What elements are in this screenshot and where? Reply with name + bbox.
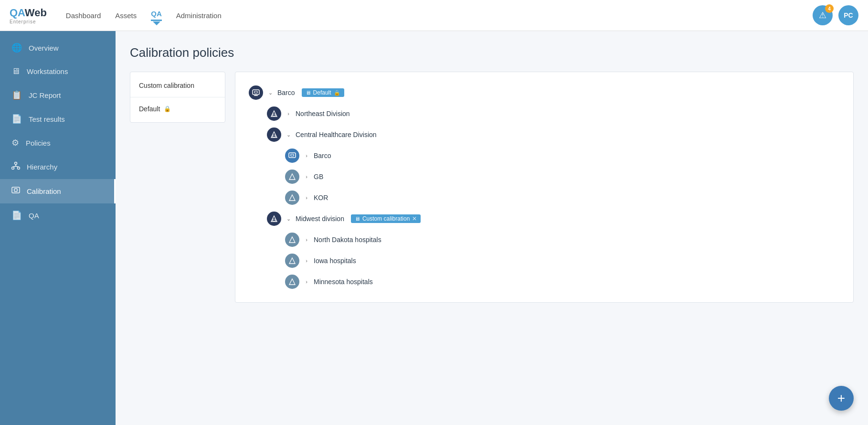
midwest-tag-text: Custom calibration xyxy=(362,215,410,222)
gear-icon: ⚙ xyxy=(11,138,19,148)
qa-icon: 📄 xyxy=(11,210,22,221)
sidebar-item-hierarchy[interactable]: Hierarchy xyxy=(0,155,116,179)
svg-line-4 xyxy=(13,166,16,167)
svg-rect-12 xyxy=(273,114,275,116)
logo: QAWeb Enterprise xyxy=(10,7,47,24)
barco-child-chevron: › xyxy=(303,153,310,159)
tree-row-northeast[interactable]: › Northeast Division xyxy=(263,104,844,124)
tree-row-gb[interactable]: › GB xyxy=(281,167,844,187)
svg-rect-7 xyxy=(14,189,17,191)
sidebar-label-overview: Overview xyxy=(29,44,59,52)
policy-divider xyxy=(130,97,225,97)
tree-panel: ⌄ Barco 🖥 Default 🔒 xyxy=(235,72,854,303)
notification-button[interactable]: ⚠ 4 xyxy=(813,5,833,25)
midwest-icon xyxy=(267,212,281,226)
iowa-label: Iowa hospitals xyxy=(314,257,356,265)
sidebar-item-qa[interactable]: 📄 QA xyxy=(0,203,116,227)
tree-row-minnesota[interactable]: › Minnesota hospitals xyxy=(281,272,844,292)
svg-rect-6 xyxy=(12,187,20,193)
nav-qa[interactable]: QA xyxy=(151,8,162,21)
policies-panel: Custom calibration Default 🔒 xyxy=(130,72,225,123)
main-content: Calibration policies Custom calibration … xyxy=(116,31,868,425)
svg-point-1 xyxy=(12,167,14,170)
logo-brand: QAWeb xyxy=(10,7,47,19)
avatar-button[interactable]: PC xyxy=(838,5,858,25)
central-icon xyxy=(267,128,281,142)
report-icon: 📋 xyxy=(11,90,22,100)
svg-point-0 xyxy=(15,162,17,165)
tree-row-north-dakota[interactable]: › North Dakota hospitals xyxy=(281,230,844,250)
tree-node-gb: › GB xyxy=(281,167,844,187)
results-icon: 📄 xyxy=(11,114,22,124)
minnesota-chevron: › xyxy=(303,279,310,285)
logo-sub: Enterprise xyxy=(10,19,47,24)
globe-icon: 🌐 xyxy=(11,42,22,53)
northeast-chevron: › xyxy=(285,111,292,117)
policy-default[interactable]: Default 🔒 xyxy=(130,99,225,118)
monitor-icon: 🖥 xyxy=(11,66,20,76)
topnav-right: ⚠ 4 PC xyxy=(813,5,858,25)
sidebar-label-calibration: Calibration xyxy=(27,187,61,195)
northeast-icon xyxy=(267,106,281,121)
tree-node-north-dakota: › North Dakota hospitals xyxy=(281,230,844,250)
midwest-tag-icon: 🖥 xyxy=(355,216,360,222)
sidebar-item-policies[interactable]: ⚙ Policies xyxy=(0,131,116,155)
svg-rect-15 xyxy=(291,154,294,156)
lock-icon: 🔒 xyxy=(164,106,171,112)
barco-root-children: › Northeast Division xyxy=(263,104,844,292)
gb-label: GB xyxy=(314,173,323,181)
notification-badge: 4 xyxy=(825,4,834,13)
tree-node-kor: › KOR xyxy=(281,188,844,208)
svg-rect-14 xyxy=(289,153,296,158)
svg-rect-9 xyxy=(254,91,257,93)
tree-row-kor[interactable]: › KOR xyxy=(281,188,844,208)
tree-node-central: ⌄ Central Healthcare Division xyxy=(263,125,844,208)
tree-node-midwest: ⌄ Midwest division 🖥 Custom calibration … xyxy=(263,209,844,292)
iowa-chevron: › xyxy=(303,258,310,264)
tree-node-northeast: › Northeast Division xyxy=(263,104,844,124)
midwest-tag: 🖥 Custom calibration ✕ xyxy=(351,214,421,223)
tree-node-minnesota: › Minnesota hospitals xyxy=(281,272,844,292)
gb-chevron: › xyxy=(303,174,310,180)
tree-row-iowa[interactable]: › Iowa hospitals xyxy=(281,251,844,271)
svg-rect-13 xyxy=(273,135,275,137)
notification-icon: ⚠ xyxy=(819,10,826,21)
nav-administration[interactable]: Administration xyxy=(176,10,222,21)
barco-root-chevron: ⌄ xyxy=(267,90,274,96)
sidebar-item-test-results[interactable]: 📄 Test results xyxy=(0,107,116,131)
nav-assets[interactable]: Assets xyxy=(115,10,137,21)
minnesota-icon xyxy=(285,275,299,289)
kor-label: KOR xyxy=(314,194,328,202)
midwest-tag-close[interactable]: ✕ xyxy=(412,215,417,222)
content-area: Custom calibration Default 🔒 xyxy=(130,72,854,303)
tree-node-iowa: › Iowa hospitals xyxy=(281,251,844,271)
top-navigation: QAWeb Enterprise Dashboard Assets QA Adm… xyxy=(0,0,868,31)
central-children: › Barco xyxy=(281,146,844,208)
barco-root-icon xyxy=(249,85,263,100)
midwest-children: › North Dakota hospitals xyxy=(281,230,844,292)
tree-row-barco-child[interactable]: › Barco xyxy=(281,146,844,166)
midwest-chevron: ⌄ xyxy=(285,216,292,222)
barco-child-icon xyxy=(285,149,299,163)
add-button[interactable]: + xyxy=(829,386,854,411)
policy-custom[interactable]: Custom calibration xyxy=(130,76,225,95)
tree-row-barco-root[interactable]: ⌄ Barco 🖥 Default 🔒 xyxy=(245,83,844,103)
sidebar-label-workstations: Workstations xyxy=(27,67,68,75)
svg-rect-8 xyxy=(253,90,259,95)
svg-line-5 xyxy=(16,166,19,167)
sidebar-label-hierarchy: Hierarchy xyxy=(27,163,57,171)
sidebar-item-calibration[interactable]: Calibration xyxy=(0,179,116,203)
svg-rect-16 xyxy=(273,219,275,221)
midwest-label: Midwest division xyxy=(296,215,344,223)
sidebar-item-jc-report[interactable]: 📋 JC Report xyxy=(0,83,116,107)
tag-default-text: Default xyxy=(313,89,331,96)
hierarchy-icon xyxy=(11,161,20,172)
nav-dashboard[interactable]: Dashboard xyxy=(66,10,101,21)
sidebar: 🌐 Overview 🖥 Workstations 📋 JC Report 📄 … xyxy=(0,31,116,425)
tree-row-central[interactable]: ⌄ Central Healthcare Division xyxy=(263,125,844,145)
central-chevron: ⌄ xyxy=(285,132,292,138)
tree-row-midwest[interactable]: ⌄ Midwest division 🖥 Custom calibration … xyxy=(263,209,844,229)
north-dakota-chevron: › xyxy=(303,237,310,243)
sidebar-item-workstations[interactable]: 🖥 Workstations xyxy=(0,60,116,83)
sidebar-item-overview[interactable]: 🌐 Overview xyxy=(0,36,116,60)
